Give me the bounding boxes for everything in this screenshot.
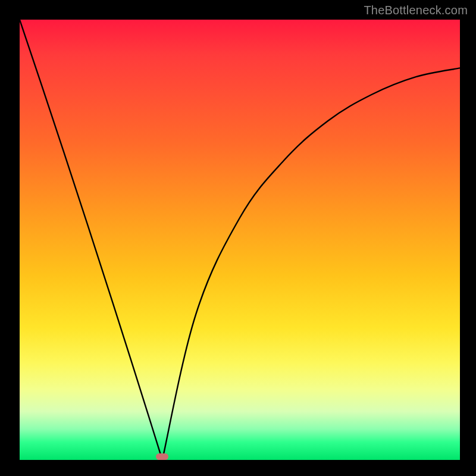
chart-frame: TheBottleneck.com [0,0,476,476]
bottleneck-curve [20,20,460,460]
plot-area [20,20,460,460]
watermark-text: TheBottleneck.com [364,4,468,17]
minimum-marker [156,453,168,460]
